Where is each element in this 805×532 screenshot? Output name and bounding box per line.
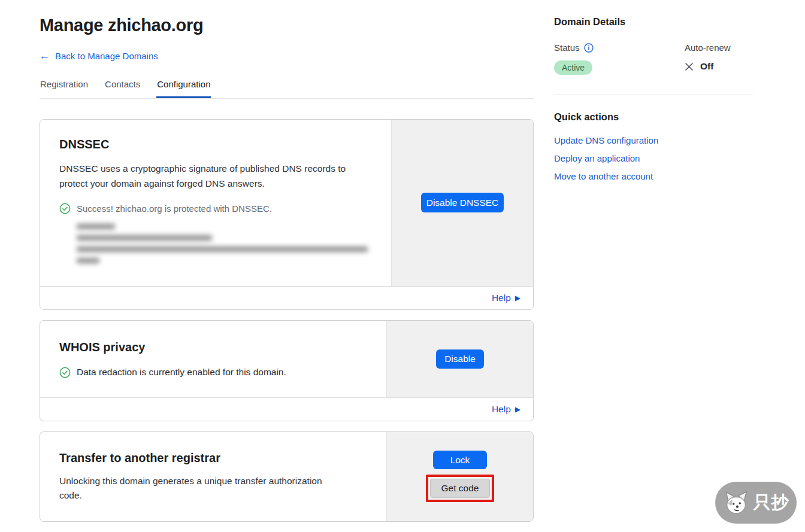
redacted-line bbox=[77, 235, 212, 241]
dnssec-title: DNSSEC bbox=[59, 138, 372, 151]
status-badge: Active bbox=[554, 60, 592, 75]
whois-title: WHOIS privacy bbox=[59, 341, 367, 354]
dnssec-help-link[interactable]: Help ▶ bbox=[492, 293, 520, 303]
sidebar-divider bbox=[554, 95, 753, 95]
whois-status-row: Data redaction is currently enabled for … bbox=[59, 367, 367, 378]
autorenew-label: Auto-renew bbox=[685, 42, 731, 53]
tab-bar: Registration Contacts Configuration bbox=[40, 79, 534, 99]
tab-contacts[interactable]: Contacts bbox=[104, 79, 141, 98]
whois-status-text: Data redaction is currently enabled for … bbox=[77, 367, 286, 378]
help-label: Help bbox=[492, 404, 511, 415]
dnssec-card-body: DNSSEC DNSSEC uses a cryptographic signa… bbox=[40, 120, 391, 286]
dnssec-success-text: Success! zhichao.org is protected with D… bbox=[77, 203, 272, 214]
dnssec-redacted-record bbox=[77, 224, 372, 263]
tab-configuration[interactable]: Configuration bbox=[156, 79, 211, 98]
quick-actions-heading: Quick actions bbox=[554, 111, 753, 123]
redacted-line bbox=[77, 258, 99, 263]
back-link-label: Back to Manage Domains bbox=[55, 51, 158, 61]
status-column: Status Active bbox=[554, 42, 685, 75]
dnssec-description: DNSSEC uses a cryptographic signature of… bbox=[59, 162, 372, 191]
lock-button[interactable]: Lock bbox=[433, 451, 487, 469]
transfer-description: Unlocking this domain generates a unique… bbox=[59, 474, 347, 504]
caret-right-icon: ▶ bbox=[515, 294, 520, 302]
dnssec-success-row: Success! zhichao.org is protected with D… bbox=[59, 203, 372, 214]
help-label: Help bbox=[492, 293, 511, 303]
transfer-card: Transfer to another registrar Unlocking … bbox=[40, 431, 534, 522]
whois-card-body: WHOIS privacy Data redaction is currentl… bbox=[40, 321, 386, 397]
caret-right-icon: ▶ bbox=[515, 405, 520, 414]
husky-mascot-icon bbox=[723, 489, 750, 516]
disable-whois-button[interactable]: Disable bbox=[436, 349, 484, 369]
dnssec-action-panel: Disable DNSSEC bbox=[391, 120, 533, 286]
check-circle-icon bbox=[59, 203, 71, 214]
dnssec-card: DNSSEC DNSSEC uses a cryptographic signa… bbox=[40, 119, 534, 310]
back-arrow-icon: ← bbox=[40, 51, 50, 61]
get-code-button[interactable]: Get code bbox=[430, 479, 490, 498]
page-title: Manage zhichao.org bbox=[40, 16, 534, 35]
redacted-line bbox=[77, 247, 368, 252]
whois-action-panel: Disable bbox=[386, 321, 533, 397]
info-icon[interactable] bbox=[584, 43, 594, 53]
transfer-action-panel: Lock Get code bbox=[386, 432, 533, 522]
autorenew-value: Off bbox=[700, 61, 713, 72]
update-dns-configuration-link[interactable]: Update DNS configuration bbox=[554, 135, 753, 145]
whois-privacy-card: WHOIS privacy Data redaction is currentl… bbox=[40, 320, 534, 421]
tab-registration[interactable]: Registration bbox=[40, 79, 89, 98]
watermark-badge: 只抄 bbox=[715, 482, 797, 524]
domain-details-heading: Domain Details bbox=[554, 16, 753, 28]
main-content: Manage zhichao.org ← Back to Manage Doma… bbox=[40, 0, 534, 522]
status-label: Status bbox=[554, 42, 580, 53]
check-circle-icon bbox=[59, 367, 71, 378]
whois-card-footer: Help ▶ bbox=[40, 397, 533, 421]
move-to-another-account-link[interactable]: Move to another account bbox=[554, 171, 753, 181]
transfer-title: Transfer to another registrar bbox=[59, 451, 367, 465]
back-link[interactable]: ← Back to Manage Domains bbox=[40, 51, 534, 61]
disable-dnssec-button[interactable]: Disable DNSSEC bbox=[421, 193, 504, 212]
red-highlight-annotation: Get code bbox=[426, 475, 494, 502]
domain-details-sidebar: Domain Details Status Active Auto-renew bbox=[554, 16, 753, 181]
watermark-text: 只抄 bbox=[753, 491, 789, 515]
transfer-card-body: Transfer to another registrar Unlocking … bbox=[40, 432, 386, 522]
autorenew-column: Auto-renew Off bbox=[685, 42, 731, 75]
redacted-line bbox=[77, 224, 115, 229]
whois-help-link[interactable]: Help ▶ bbox=[492, 404, 520, 415]
x-off-icon bbox=[685, 62, 694, 71]
deploy-an-application-link[interactable]: Deploy an application bbox=[554, 153, 753, 163]
dnssec-card-footer: Help ▶ bbox=[40, 286, 533, 309]
